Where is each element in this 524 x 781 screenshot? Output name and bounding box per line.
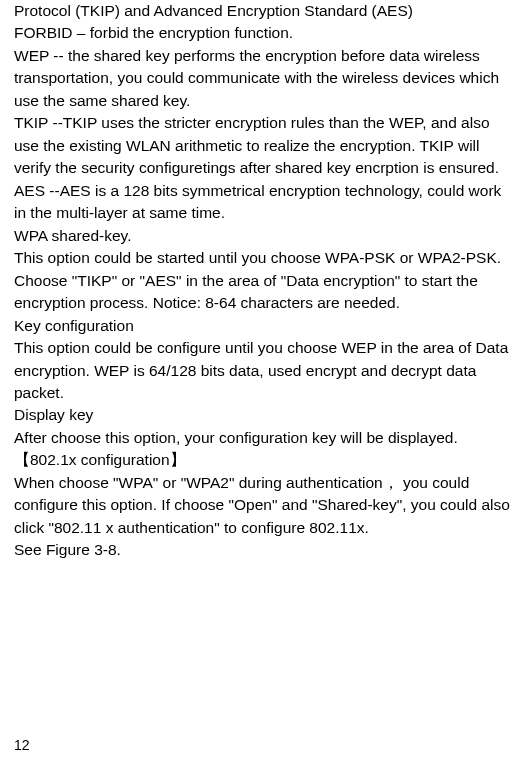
body-text: WPA shared-key. <box>14 225 510 247</box>
body-text: TKIP --TKIP uses the stricter encryption… <box>14 112 510 179</box>
body-text: This option could be configure until you… <box>14 337 510 404</box>
body-text: When choose "WPA" or "WPA2" during authe… <box>14 472 510 539</box>
body-text: See Figure 3-8. <box>14 539 510 561</box>
body-text: Protocol (TKIP) and Advanced Encryption … <box>14 0 510 22</box>
body-text: Key configuration <box>14 315 510 337</box>
page-number: 12 <box>14 735 30 755</box>
body-text: 【802.1x configuration】 <box>14 449 510 471</box>
body-text: After choose this option, your configura… <box>14 427 510 449</box>
body-text: This option could be started until you c… <box>14 247 510 314</box>
body-text: WEP -- the shared key performs the encry… <box>14 45 510 112</box>
document-body: Protocol (TKIP) and Advanced Encryption … <box>14 0 510 562</box>
body-text: AES --AES is a 128 bits symmetrical encr… <box>14 180 510 225</box>
body-text: Display key <box>14 404 510 426</box>
body-text: FORBID – forbid the encryption function. <box>14 22 510 44</box>
